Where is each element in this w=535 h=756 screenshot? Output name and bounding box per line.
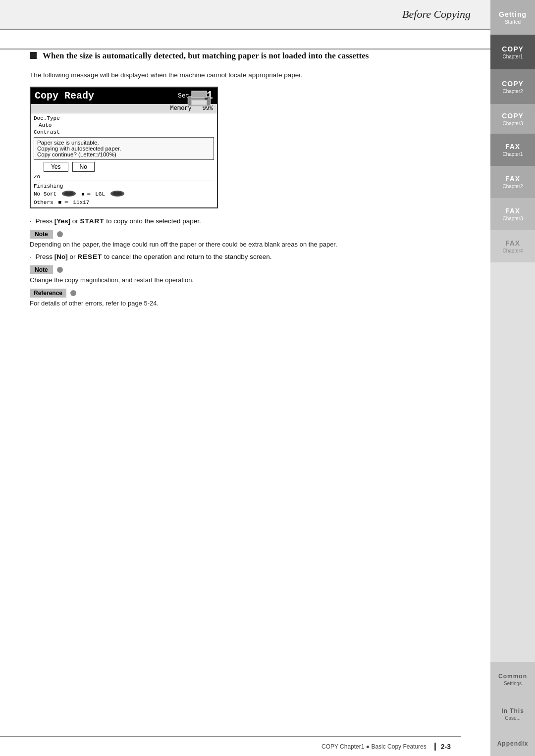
svg-rect-2 <box>192 100 207 104</box>
reference-label: Reference <box>30 289 66 298</box>
doc-type-value-row: Auto <box>34 122 214 128</box>
sidebar-tab-in-this-case[interactable]: In This Case... <box>490 697 535 731</box>
sidebar-tab-fax1[interactable]: FAX Chapter1 <box>490 134 535 166</box>
sidebar-tab-fax2[interactable]: FAX Chapter2 <box>490 166 535 198</box>
contrast-row: Contrast <box>34 129 214 135</box>
screen-title: Copy Ready <box>35 90 94 101</box>
intro-text: The following message will be displayed … <box>30 71 461 79</box>
svg-rect-1 <box>192 91 207 98</box>
footer-text: COPY Chapter1 ● Basic Copy Features <box>321 743 427 750</box>
reference-box: Reference <box>30 289 461 298</box>
header-title: Before Copying <box>402 8 471 21</box>
note1-text: Depending on the paper, the image could … <box>30 241 461 248</box>
sidebar-tab-copy3[interactable]: COPY Chapter3 <box>490 104 535 134</box>
screen-mockup: Copy Ready Set 001 Memory 99% <box>30 87 218 208</box>
reference-circle-icon <box>70 290 76 296</box>
reference-text: For details of other errors, refer to pa… <box>30 300 461 307</box>
sidebar-tab-copy2[interactable]: COPY Chapter2 <box>490 69 535 104</box>
main-page: Before Copying When the size is automati… <box>0 0 490 756</box>
message-box: Paper size is unsuitable. Copying with a… <box>34 137 214 160</box>
paper-tray-row: No Sort ■ ═ LGL <box>34 190 214 199</box>
page-header: Before Copying <box>0 0 490 30</box>
sidebar-tab-appendix[interactable]: Appendix <box>490 731 535 756</box>
sidebar-tab-common[interactable]: Common Settings <box>490 662 535 697</box>
sidebar-tab-fax4[interactable]: FAX Chapter4 <box>490 230 535 262</box>
section-heading: When the size is automatically detected,… <box>30 50 461 62</box>
press-yes-instruction: · Press [Yes] or START to copy onto the … <box>30 217 461 225</box>
svg-point-6 <box>64 192 74 196</box>
bullet-icon <box>30 52 37 59</box>
note1-box: Note <box>30 230 461 239</box>
page-footer: COPY Chapter1 ● Basic Copy Features 2-3 <box>0 736 461 756</box>
screen-bottom-section: Finishing No Sort ■ ═ LGL <box>34 181 214 205</box>
finishing-row: Finishing <box>34 183 214 189</box>
note1-circle-icon <box>57 231 63 237</box>
page-number: 2-3 <box>434 743 451 751</box>
doc-type-row: Doc.Type <box>34 115 214 121</box>
sidebar-tab-fax3[interactable]: FAX Chapter3 <box>490 198 535 230</box>
zoom-row: Zo <box>34 174 214 180</box>
svg-point-8 <box>112 192 122 196</box>
note1-label: Note <box>30 230 53 239</box>
note2-label: Note <box>30 265 53 274</box>
sidebar-tab-copy1[interactable]: COPY Chapter1 <box>490 35 535 69</box>
svg-rect-4 <box>205 98 208 100</box>
press-no-instruction: · Press [No] or RESET to cancel the oper… <box>30 253 461 260</box>
no-button[interactable]: No <box>72 162 95 172</box>
yes-button[interactable]: Yes <box>44 162 68 172</box>
note2-box: Note <box>30 265 461 274</box>
screen-body: Doc.Type Auto Contrast Paper size is uns… <box>31 113 217 207</box>
content-body: When the size is automatically detected,… <box>30 50 461 731</box>
sidebar-spacer <box>490 262 535 662</box>
screen-top-bar: Copy Ready Set 001 <box>31 88 217 104</box>
note2-circle-icon <box>57 267 63 273</box>
sidebar-tab-getting-started[interactable]: Getting Started <box>490 0 535 35</box>
roller-icon <box>61 190 76 197</box>
others-row: Others ■ ═ 11x17 <box>34 200 214 205</box>
roller2-icon <box>110 190 125 197</box>
printer-sketch-icon <box>184 89 214 108</box>
right-sidebar: Getting Started COPY Chapter1 COPY Chapt… <box>490 0 535 756</box>
note2-text: Change the copy magnification, and resta… <box>30 276 461 284</box>
yes-no-row: Yes No <box>44 162 214 172</box>
